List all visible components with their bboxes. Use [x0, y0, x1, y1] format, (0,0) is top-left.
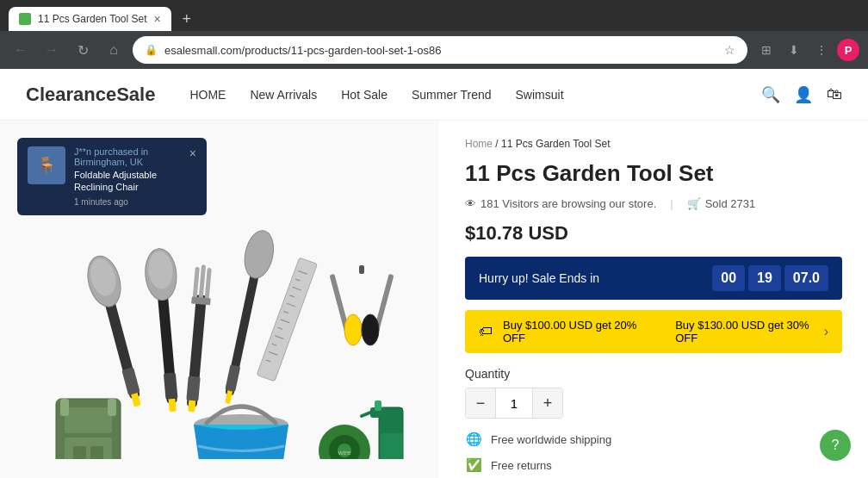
svg-rect-54 [375, 400, 381, 411]
help-button[interactable]: ? [820, 430, 851, 461]
quantity-value: 1 [495, 388, 533, 418]
popup-time: 1 minutes ago [74, 197, 181, 207]
forward-button[interactable]: → [40, 38, 64, 62]
back-button[interactable]: ← [9, 38, 33, 62]
shipping-icon: 🌐 [465, 431, 482, 448]
breadcrumb: Home / 11 Pcs Garden Tool Set [465, 138, 842, 150]
product-features: 🌐 Free worldwide shipping ✅ Free returns… [465, 431, 842, 478]
main-navigation: HOME New Arrivals Hot Sale Summer Trend … [189, 88, 727, 102]
svg-rect-7 [164, 372, 178, 399]
product-meta: 👁 181 Visitors are browsing our store. |… [465, 197, 842, 210]
svg-rect-12 [186, 376, 200, 400]
sale-timer: Hurry up! Sale Ends in 00 19 07.0 [465, 257, 842, 300]
active-tab[interactable]: 11 Pcs Garden Tool Set × [9, 7, 171, 31]
address-text: esalesmall.com/products/11-pcs-garden-to… [164, 44, 717, 57]
tab-bar: 11 Pcs Garden Tool Set × + [0, 0, 868, 31]
nav-home[interactable]: HOME [189, 88, 226, 102]
discount-separator [662, 326, 666, 338]
extensions-button[interactable]: ⊞ [754, 38, 778, 62]
nav-new-arrivals[interactable]: New Arrivals [250, 88, 317, 102]
svg-point-37 [362, 314, 379, 345]
tab-favicon [19, 13, 31, 25]
breadcrumb-current: 11 Pcs Garden Tool Set [501, 138, 611, 150]
discount-text: 🏷 Buy $100.00 USD get 20% OFF Buy $130.0… [479, 319, 824, 345]
svg-rect-41 [65, 438, 112, 459]
breadcrumb-home[interactable]: Home [465, 138, 493, 150]
settings-button[interactable]: ⋮ [809, 38, 834, 62]
profile-button[interactable]: P [837, 39, 859, 61]
svg-point-36 [344, 314, 362, 345]
feature-shipping-text: Free worldwide shipping [491, 433, 611, 446]
svg-rect-19 [225, 364, 240, 392]
product-price: $10.78 USD [465, 222, 842, 245]
discount-banner[interactable]: 🏷 Buy $100.00 USD get 20% OFF Buy $130.0… [465, 310, 842, 353]
svg-point-20 [240, 227, 277, 280]
site-content: ClearanceSale HOME New Arrivals Hot Sale… [0, 69, 868, 478]
timer-seconds: 07.0 [784, 265, 828, 291]
bookmark-icon[interactable]: ☆ [724, 43, 735, 57]
lock-icon: 🔒 [145, 44, 158, 56]
sold-info: 🛒 Sold 2731 [687, 197, 756, 210]
nav-swimsuit[interactable]: Swimsuit [516, 88, 564, 102]
downloads-button[interactable]: ⬇ [782, 38, 806, 62]
tab-close-button[interactable]: × [154, 12, 161, 26]
svg-rect-42 [60, 399, 69, 416]
svg-rect-15 [204, 267, 211, 301]
nav-hot-sale[interactable]: Hot Sale [341, 88, 388, 102]
new-tab-button[interactable]: + [175, 7, 199, 31]
timer-hours: 00 [712, 265, 745, 291]
product-gallery: 🪑 J**n purchased in Birmingham, UK Folda… [0, 121, 439, 478]
svg-rect-40 [65, 407, 112, 433]
svg-rect-44 [73, 446, 86, 459]
browser-actions: ⊞ ⬇ ⋮ P [754, 38, 859, 62]
popup-thumbnail: 🪑 [28, 146, 65, 184]
header-icons: 🔍 👤 🛍 [761, 85, 842, 104]
quantity-label: Quantity [465, 367, 842, 381]
feature-returns-text: Free returns [491, 459, 552, 472]
svg-rect-2 [121, 367, 140, 395]
eye-icon: 👁 [465, 197, 476, 210]
home-button[interactable]: ⌂ [102, 38, 126, 62]
quantity-section: Quantity − 1 + [465, 367, 842, 419]
feature-shipping: 🌐 Free worldwide shipping [465, 431, 842, 448]
browser-nav-bar: ← → ↻ ⌂ 🔒 esalesmall.com/products/11-pcs… [0, 31, 868, 69]
nav-summer-trend[interactable]: Summer Trend [412, 88, 492, 102]
product-title: 11 Pcs Garden Tool Set [465, 160, 842, 187]
popup-product: Foldable Adjustable Reclining Chair [74, 169, 181, 194]
discount-text-2: Buy $130.00 USD get 30% OFF [675, 319, 824, 345]
browser-chrome: 11 Pcs Garden Tool Set × + ← → ↻ ⌂ 🔒 esa… [0, 0, 868, 69]
sold-icon: 🛒 [687, 197, 701, 210]
quantity-decrease-button[interactable]: − [466, 388, 495, 418]
site-header: ClearanceSale HOME New Arrivals Hot Sale… [0, 69, 868, 121]
product-details: Home / 11 Pcs Garden Tool Set 11 Pcs Gar… [439, 121, 868, 478]
popup-user: J**n purchased in Birmingham, UK [74, 146, 181, 167]
timer-label: Hurry up! Sale Ends in [479, 271, 599, 285]
quantity-control: − 1 + [465, 388, 563, 419]
sold-text: Sold 2731 [705, 197, 756, 210]
account-icon[interactable]: 👤 [794, 85, 813, 104]
meta-divider: | [670, 197, 673, 210]
popup-content: J**n purchased in Birmingham, UK Foldabl… [74, 146, 181, 207]
timer-minutes: 19 [748, 265, 781, 291]
svg-text:wire: wire [338, 449, 351, 456]
svg-rect-38 [359, 265, 364, 274]
discount-text-1: Buy $100.00 USD get 20% OFF [503, 319, 652, 345]
visitors-text: 181 Visitors are browsing our store. [480, 197, 656, 210]
svg-rect-45 [90, 446, 103, 459]
visitors-info: 👁 181 Visitors are browsing our store. [465, 197, 656, 210]
refresh-button[interactable]: ↻ [71, 38, 95, 62]
search-icon[interactable]: 🔍 [761, 85, 780, 104]
svg-rect-21 [257, 258, 317, 382]
svg-rect-43 [108, 399, 116, 416]
tab-title: 11 Pcs Garden Tool Set [38, 13, 147, 25]
returns-icon: ✅ [465, 456, 482, 474]
discount-chevron-icon: › [824, 324, 828, 339]
popup-close-button[interactable]: × [189, 146, 196, 160]
quantity-increase-button[interactable]: + [533, 388, 562, 418]
discount-tag-icon: 🏷 [479, 324, 493, 339]
feature-returns: ✅ Free returns [465, 456, 842, 474]
cart-icon[interactable]: 🛍 [827, 85, 842, 103]
address-bar[interactable]: 🔒 esalesmall.com/products/11-pcs-garden-… [133, 36, 747, 64]
purchase-notification: 🪑 J**n purchased in Birmingham, UK Folda… [17, 138, 207, 215]
site-logo[interactable]: ClearanceSale [26, 84, 155, 106]
